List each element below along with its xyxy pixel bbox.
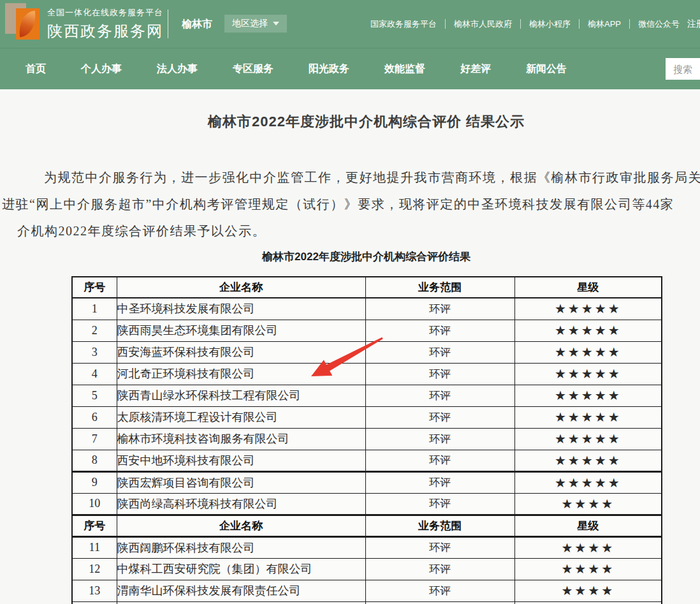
star-rating: ★★★★★ <box>514 471 662 493</box>
star-rating: ★★★★★ <box>514 406 662 428</box>
business-scope: 环评 <box>365 536 514 558</box>
table-header-row-repeat: 序号企业名称业务范围星级 <box>72 515 662 536</box>
company-name: 榆林市环境科技咨询服务有限公司 <box>117 428 365 450</box>
star-rating: ★★★★ <box>514 536 662 558</box>
logo-leaf-icon <box>17 11 38 38</box>
nav-item[interactable]: 新闻公告 <box>526 63 567 76</box>
row-number: 4 <box>72 363 117 385</box>
top-header-bar: 全国一体化在线政务服务平台 陕西政务服务网 榆林市 地区选择 国家政务服务平台榆… <box>0 0 700 48</box>
site-name: 陕西政务服务网 <box>47 21 163 41</box>
nav-item[interactable]: 阳光政务 <box>309 63 349 76</box>
paragraph-line: 进驻“网上中介服务超市”中介机构考评管理规定（试行）》要求，现将评定的中圣环境科… <box>2 196 674 213</box>
star-rating: ★★★★ <box>514 580 662 601</box>
nav-item[interactable]: 首页 <box>26 63 46 76</box>
table-row: 1中圣环境科技发展有限公司环评★★★★★ <box>72 298 662 320</box>
empty-cell <box>117 601 365 604</box>
star-rating: ★★★★ <box>514 558 662 580</box>
row-number: 10 <box>72 493 117 515</box>
nav-item[interactable]: 好差评 <box>460 63 491 76</box>
column-header: 星级 <box>514 277 662 298</box>
table-caption: 榆林市2022年度涉批中介机构综合评价结果 <box>71 249 661 264</box>
main-nav-bar: 首页个人办事法人办事专区服务阳光政务效能监督好差评新闻公告 <box>0 48 700 89</box>
column-header: 星级 <box>514 515 662 536</box>
top-link[interactable]: 国家政务服务平台 <box>362 18 445 30</box>
empty-cell <box>72 601 117 604</box>
nav-item[interactable]: 个人办事 <box>81 63 122 76</box>
star-rating: ★★★★★ <box>514 385 662 406</box>
register-link[interactable]: 注册 <box>687 18 700 30</box>
red-arrow-annotation <box>301 330 390 385</box>
column-header: 序号 <box>72 515 117 536</box>
empty-cell <box>365 601 514 604</box>
company-name: 陕西宏辉项目咨询有限公司 <box>117 471 365 493</box>
company-name: 西安中地环境科技有限公司 <box>117 450 365 471</box>
business-scope: 环评 <box>365 385 514 406</box>
brand-text: 全国一体化在线政务服务平台 陕西政务服务网 <box>47 7 163 41</box>
table-row: 10陕西尚绿高科环境科技有限公司环评★★★★ <box>72 493 662 515</box>
table-row-partial <box>72 601 662 604</box>
row-number: 12 <box>72 558 117 580</box>
business-scope: 环评 <box>365 580 514 601</box>
top-link[interactable]: 榆林小程序 <box>521 18 579 30</box>
column-header: 序号 <box>72 277 117 298</box>
platform-name: 全国一体化在线政务服务平台 <box>47 7 163 18</box>
company-name: 陕西尚绿高科环境科技有限公司 <box>117 493 365 515</box>
business-scope: 环评 <box>365 406 514 428</box>
company-name: 陕西阔鹏环保科技有限公司 <box>117 536 365 558</box>
table-row: 9陕西宏辉项目咨询有限公司环评★★★★★ <box>72 471 662 493</box>
company-name: 中煤科工西安研究院（集团）有限公司 <box>117 558 365 580</box>
star-rating: ★★★★★ <box>514 298 662 320</box>
business-scope: 环评 <box>365 298 514 320</box>
nav-item[interactable]: 专区服务 <box>233 63 273 76</box>
column-header: 业务范围 <box>365 515 514 536</box>
region-selector-button[interactable]: 地区选择 <box>224 15 287 33</box>
row-number: 3 <box>72 341 117 363</box>
announcement-page: 榆林市2022年度涉批中介机构综合评价 结果公示 为规范中介服务行为，进一步强化… <box>0 89 700 604</box>
table-row: 8西安中地环境科技有限公司环评★★★★★ <box>72 450 662 471</box>
nav-item[interactable]: 效能监督 <box>384 63 425 76</box>
column-header: 企业名称 <box>117 515 365 536</box>
star-rating: ★★★★★ <box>514 341 662 363</box>
business-scope: 环评 <box>365 450 514 471</box>
row-number: 9 <box>72 471 117 493</box>
column-header: 企业名称 <box>117 277 365 298</box>
table-header-row: 序号企业名称业务范围星级 <box>72 277 662 298</box>
current-city-label: 榆林市 <box>182 18 212 31</box>
company-name: 中圣环境科技发展有限公司 <box>117 298 365 320</box>
chevron-down-icon <box>273 22 279 26</box>
table-row: 12中煤科工西安研究院（集团）有限公司环评★★★★ <box>72 558 662 580</box>
star-rating: ★★★★★ <box>514 363 662 385</box>
top-link[interactable]: 榆林APP <box>580 18 629 30</box>
table-row: 5陕西青山绿水环保科技工程有限公司环评★★★★★ <box>72 385 662 406</box>
column-header: 业务范围 <box>365 277 514 298</box>
search-input[interactable] <box>666 58 700 80</box>
site-logo[interactable] <box>5 2 45 43</box>
row-number: 6 <box>72 406 117 428</box>
region-selector-label: 地区选择 <box>232 18 268 29</box>
paragraph-line: 为规范中介服务行为，进一步强化中介监管工作，更好地提升我市营商环境，根据《榆林市… <box>44 169 700 186</box>
star-rating: ★★★★★ <box>514 428 662 450</box>
paragraph-line: 介机构2022年度综合评价结果予以公示。 <box>17 223 266 240</box>
top-link[interactable]: 微信公众号 <box>630 18 688 30</box>
row-number: 5 <box>72 385 117 406</box>
row-number: 7 <box>72 428 117 450</box>
row-number: 1 <box>72 298 117 320</box>
top-quick-links: 国家政务服务平台榆林市人民政府榆林小程序榆林APP微信公众号 <box>362 0 688 48</box>
business-scope: 环评 <box>365 493 514 515</box>
evaluation-results-table: 序号企业名称业务范围星级1中圣环境科技发展有限公司环评★★★★★2陕西雨昊生态环… <box>71 276 662 604</box>
star-rating: ★★★★★ <box>514 450 662 471</box>
table-row: 11陕西阔鹏环保科技有限公司环评★★★★ <box>72 536 662 558</box>
top-link[interactable]: 榆林市人民政府 <box>446 18 520 30</box>
company-name: 渭南华山环保科技发展有限责任公司 <box>117 580 365 601</box>
company-name: 太原核清环境工程设计有限公司 <box>117 406 365 428</box>
table-row: 7榆林市环境科技咨询服务有限公司环评★★★★★ <box>72 428 662 450</box>
brand-divider <box>168 10 168 38</box>
page-title: 榆林市2022年度涉批中介机构综合评价 结果公示 <box>71 112 661 131</box>
row-number: 8 <box>72 450 117 471</box>
nav-item[interactable]: 法人办事 <box>157 63 198 76</box>
empty-cell <box>514 601 662 604</box>
row-number: 11 <box>72 536 117 558</box>
company-name: 陕西青山绿水环保科技工程有限公司 <box>117 385 365 406</box>
table-row: 13渭南华山环保科技发展有限责任公司环评★★★★ <box>72 580 662 601</box>
row-number: 13 <box>72 580 117 601</box>
